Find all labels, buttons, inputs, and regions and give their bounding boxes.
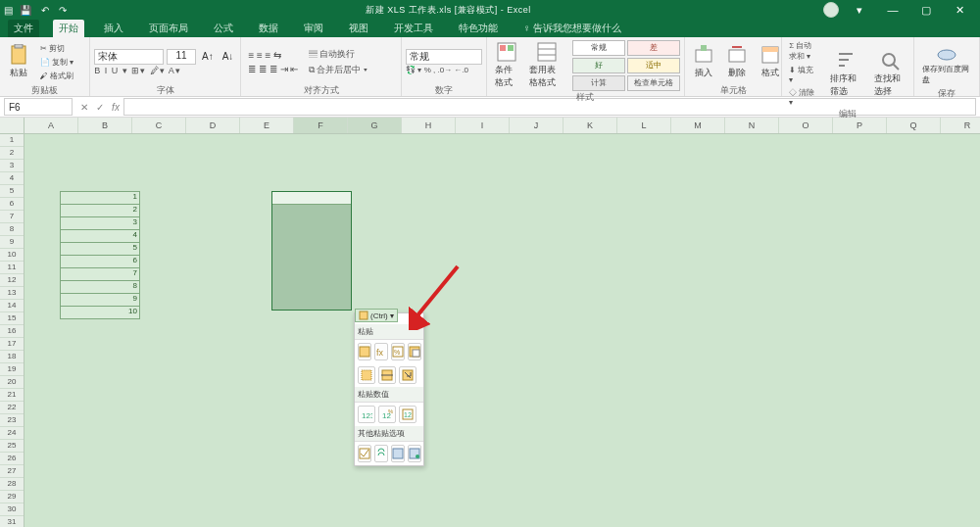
row-header-2[interactable]: 2	[0, 147, 24, 160]
paste-values-srcfmt-icon[interactable]: 12	[399, 406, 416, 423]
format-cells-button[interactable]: 格式	[756, 42, 785, 81]
source-cell[interactable]: 6	[61, 256, 139, 268]
tab-review[interactable]: 审阅	[298, 20, 329, 37]
col-header-D[interactable]: D	[186, 118, 240, 133]
paste-all-icon[interactable]	[358, 343, 371, 360]
tab-formulas[interactable]: 公式	[208, 20, 239, 37]
copy-button[interactable]: 📄 复制 ▾	[37, 56, 76, 69]
source-cell[interactable]: 2	[61, 205, 139, 217]
source-cell[interactable]: 10	[61, 307, 139, 318]
source-data-table[interactable]: 12345678910	[60, 191, 140, 319]
paste-linked-picture-icon[interactable]	[408, 445, 421, 462]
paste-link-icon[interactable]	[374, 445, 388, 462]
row-header-4[interactable]: 4	[0, 172, 24, 185]
format-painter-button[interactable]: 🖌 格式刷	[37, 70, 76, 82]
merge-center-button[interactable]: ⧉ 合并后居中 ▾	[306, 63, 370, 77]
increase-font-icon[interactable]: A↑	[199, 50, 217, 63]
tab-layout[interactable]: 页面布局	[143, 20, 194, 37]
number-format-select[interactable]: 常规	[406, 49, 481, 65]
wrap-text-button[interactable]: ▤ 自动换行	[306, 47, 370, 62]
source-cell[interactable]: 8	[61, 281, 139, 294]
tab-special[interactable]: 特色功能	[453, 20, 504, 37]
row-header-29[interactable]: 29	[0, 491, 24, 503]
paste-formulas-format-icon[interactable]: %	[391, 343, 405, 360]
source-cell[interactable]: 9	[61, 294, 139, 307]
undo-button[interactable]: ↶	[38, 4, 52, 17]
insert-cells-button[interactable]: 插入	[689, 42, 718, 81]
row-header-21[interactable]: 21	[0, 389, 24, 402]
cancel-formula-icon[interactable]: ✕	[76, 102, 92, 113]
tab-data[interactable]: 数据	[253, 20, 284, 37]
row-header-1[interactable]: 1	[0, 134, 24, 147]
column-headers[interactable]: ABCDEFGHIJKLMNOPQR	[24, 118, 980, 134]
source-cell[interactable]: 5	[61, 243, 139, 256]
paste-values-icon[interactable]: 123	[358, 406, 375, 423]
cell-styles-gallery[interactable]: 常规 差 好 适中 计算 检查单元格	[572, 40, 680, 91]
enter-formula-icon[interactable]: ✓	[92, 102, 108, 113]
minimize-button[interactable]: —	[880, 4, 906, 16]
fill-button[interactable]: ⬇ 填充 ▾	[786, 64, 822, 85]
select-all-corner[interactable]	[0, 118, 24, 134]
col-header-L[interactable]: L	[617, 118, 671, 133]
col-header-R[interactable]: R	[941, 118, 980, 133]
source-cell[interactable]: 3	[61, 217, 139, 230]
row-header-31[interactable]: 31	[0, 516, 24, 527]
paste-keep-source-icon[interactable]	[408, 343, 421, 360]
paste-formulas-icon[interactable]: fx	[374, 343, 388, 360]
paste-format-only-icon[interactable]	[358, 445, 371, 462]
align-row1[interactable]: ≡ ≡ ≡ ⇆	[245, 49, 301, 62]
close-button[interactable]: ✕	[947, 4, 972, 17]
worksheet-grid[interactable]: ABCDEFGHIJKLMNOPQR 123456789101112131415…	[0, 118, 980, 509]
source-cell[interactable]: 4	[61, 230, 139, 243]
row-header-30[interactable]: 30	[0, 503, 24, 516]
col-header-O[interactable]: O	[779, 118, 833, 133]
name-box[interactable]: F6	[4, 98, 73, 116]
style-good[interactable]: 好	[572, 58, 625, 73]
conditional-format-button[interactable]: 条件格式	[491, 39, 522, 91]
table-format-button[interactable]: 套用表格格式	[525, 39, 568, 91]
style-check[interactable]: 检查单元格	[627, 75, 680, 91]
row-header-18[interactable]: 18	[0, 351, 24, 363]
paste-picture-icon[interactable]	[391, 445, 405, 462]
ribbon-options-button[interactable]: ▾	[847, 4, 872, 17]
paste-no-borders-icon[interactable]	[358, 366, 375, 384]
row-header-5[interactable]: 5	[0, 185, 24, 198]
row-header-10[interactable]: 10	[0, 249, 24, 262]
col-header-F[interactable]: F	[294, 118, 348, 133]
col-header-P[interactable]: P	[833, 118, 887, 133]
row-header-9[interactable]: 9	[0, 236, 24, 249]
row-header-28[interactable]: 28	[0, 478, 24, 491]
row-headers[interactable]: 1234567891011121314151617181920212223242…	[0, 134, 24, 527]
col-header-G[interactable]: G	[348, 118, 402, 133]
row-header-24[interactable]: 24	[0, 427, 24, 440]
cells-area[interactable]: 12345678910 (Ctrl) ▾ 粘贴 fx %	[24, 134, 980, 527]
save-baidu-button[interactable]: 保存到百度网盘	[918, 39, 975, 87]
row-header-27[interactable]: 27	[0, 465, 24, 478]
sort-filter-button[interactable]: 排序和筛选	[826, 48, 865, 100]
decrease-font-icon[interactable]: A↓	[220, 50, 237, 63]
tab-developer[interactable]: 开发工具	[388, 20, 439, 37]
redo-button[interactable]: ↷	[56, 4, 70, 17]
font-size-select[interactable]: 11	[167, 49, 196, 65]
cut-button[interactable]: ✂ 剪切	[37, 42, 76, 55]
row-header-8[interactable]: 8	[0, 223, 24, 236]
row-header-23[interactable]: 23	[0, 414, 24, 427]
font-style-row[interactable]: B I U ▾ ⊞▾ 🖉▾ A▾	[94, 66, 236, 75]
maximize-button[interactable]: ▢	[913, 4, 939, 17]
tab-file[interactable]: 文件	[8, 20, 39, 37]
row-header-15[interactable]: 15	[0, 312, 24, 325]
source-cell[interactable]: 1	[61, 192, 139, 205]
paste-transpose-icon[interactable]	[399, 366, 416, 384]
col-header-A[interactable]: A	[24, 118, 78, 133]
user-avatar[interactable]	[823, 2, 839, 18]
col-header-K[interactable]: K	[564, 118, 617, 133]
paste-values-numfmt-icon[interactable]: 12%	[378, 406, 396, 423]
row-header-16[interactable]: 16	[0, 325, 24, 338]
clear-button[interactable]: ◇ 清除 ▾	[786, 86, 822, 108]
font-family-select[interactable]: 宋体	[94, 49, 164, 65]
style-neutral[interactable]: 适中	[627, 58, 680, 73]
source-cell[interactable]: 7	[61, 268, 139, 281]
tab-insert[interactable]: 插入	[98, 20, 129, 37]
col-header-Q[interactable]: Q	[887, 118, 941, 133]
row-header-19[interactable]: 19	[0, 363, 24, 376]
